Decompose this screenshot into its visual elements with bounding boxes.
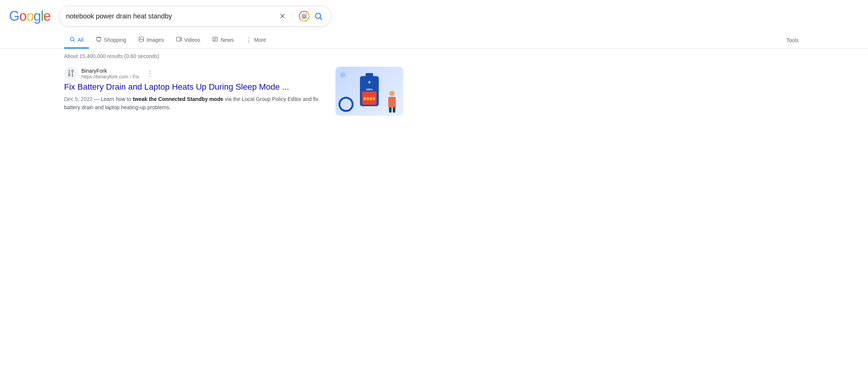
battery-bars — [364, 97, 375, 100]
tab-shopping-label: Shopping — [104, 37, 126, 43]
tab-more[interactable]: ⋮ More — [240, 33, 271, 49]
result-snippet: Dec 5, 2022 — Learn how to tweak the Con… — [64, 95, 320, 112]
result-thumbnail: ❄ + 100% — [335, 67, 403, 116]
images-icon — [138, 36, 144, 44]
battery-bar-3 — [370, 97, 372, 100]
shopping-icon — [96, 36, 102, 44]
battery-bar-1 — [364, 97, 366, 100]
result-title[interactable]: Fix Battery Drain and Laptop Heats Up Du… — [64, 82, 329, 93]
svg-rect-7 — [139, 37, 144, 41]
result-more-options-button[interactable]: ⋮ — [144, 69, 156, 78]
battery-body: + 100% — [360, 76, 379, 106]
svg-point-0 — [303, 15, 305, 17]
all-icon — [69, 36, 75, 44]
search-nav: All Shopping Images — [0, 29, 868, 49]
search-input[interactable]: notebook power drain heat standby — [66, 12, 276, 20]
tab-news-label: News — [220, 37, 234, 43]
snippet-dash: — Learn how to — [94, 96, 133, 102]
search-divider — [292, 12, 293, 21]
svg-point-6 — [99, 41, 100, 42]
battery-plus: + — [368, 79, 371, 85]
person-leg-left — [389, 107, 392, 113]
favicon-text: 1 00 1 — [68, 70, 73, 77]
site-url: https://binaryfork.com › Fix — [81, 74, 139, 79]
svg-point-8 — [140, 38, 141, 39]
tab-all-label: All — [78, 37, 84, 43]
battery-bar-4 — [373, 97, 375, 100]
results-count: About 15,400,000 results (0.60 seconds) — [64, 53, 804, 59]
camera-search-button[interactable] — [299, 11, 309, 21]
deco-circle — [338, 97, 354, 112]
battery-fill — [362, 92, 377, 105]
deco-snowflake: ❄ — [339, 70, 346, 80]
person-body — [388, 97, 396, 107]
tab-more-label: More — [254, 37, 266, 43]
tab-videos-label: Videos — [184, 37, 201, 43]
result-main: 1 00 1 BinaryFork https://binaryfork.com… — [64, 67, 329, 111]
results-area: About 15,400,000 results (0.60 seconds) … — [0, 49, 868, 116]
svg-line-2 — [320, 18, 322, 20]
person-figure — [388, 91, 396, 113]
site-favicon: 1 00 1 — [64, 67, 78, 80]
snippet-bold: tweak the Connected Standby mode — [133, 96, 223, 102]
search-bar: notebook power drain heat standby ✕ — [60, 6, 331, 26]
header: Google notebook power drain heat standby… — [0, 0, 868, 26]
tab-all[interactable]: All — [64, 32, 89, 49]
person-legs — [389, 107, 395, 113]
logo-letter-g: G — [9, 8, 19, 24]
svg-point-5 — [98, 41, 98, 42]
site-name: BinaryFork — [81, 68, 139, 74]
news-icon — [212, 36, 218, 44]
battery-bar-2 — [367, 97, 369, 100]
tab-news[interactable]: News — [207, 32, 239, 49]
tools-button[interactable]: Tools — [781, 34, 804, 47]
search-submit-button[interactable] — [312, 10, 325, 22]
battery-illustration: ❄ + 100% — [335, 67, 403, 116]
battery-tip — [366, 73, 373, 76]
clear-button[interactable]: ✕ — [279, 11, 286, 21]
tab-videos[interactable]: Videos — [171, 32, 206, 49]
result-card: 1 00 1 BinaryFork https://binaryfork.com… — [64, 67, 403, 116]
logo-letter-g2: g — [34, 8, 41, 24]
tab-images[interactable]: Images — [133, 32, 169, 49]
site-info: BinaryFork https://binaryfork.com › Fix — [81, 68, 139, 79]
videos-icon — [176, 36, 182, 44]
svg-rect-9 — [176, 37, 180, 41]
tab-images-label: Images — [147, 37, 164, 43]
person-head — [389, 91, 395, 96]
logo-letter-o1: o — [19, 8, 26, 24]
result-source: 1 00 1 BinaryFork https://binaryfork.com… — [64, 67, 329, 80]
tab-shopping[interactable]: Shopping — [90, 32, 132, 49]
person-leg-right — [393, 107, 395, 113]
svg-line-4 — [73, 40, 75, 41]
more-icon: ⋮ — [246, 37, 252, 44]
logo-letter-e: e — [43, 8, 51, 24]
google-logo[interactable]: Google — [9, 8, 51, 24]
battery-percent-label: 100% — [366, 88, 373, 91]
logo-letter-o2: o — [26, 8, 34, 24]
result-date: Dec 5, 2022 — [64, 96, 93, 102]
